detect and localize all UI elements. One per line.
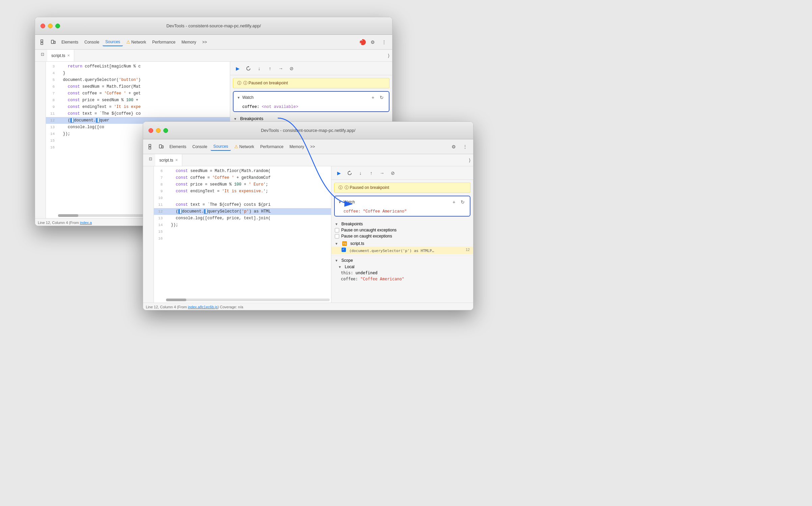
more-tabs-btn-back[interactable]: >>	[199, 38, 210, 46]
watch-header-back[interactable]: ▼ Watch + ↻	[234, 92, 389, 103]
close-file-tab-front[interactable]: ✕	[175, 158, 178, 162]
left-strip-front	[143, 166, 154, 303]
tab-network-front[interactable]: ⚠Network	[232, 143, 257, 150]
watch-refresh-btn-front[interactable]: ↻	[459, 198, 466, 206]
breakpoints-triangle-back: ▼	[234, 117, 237, 121]
file-tab-script-front[interactable]: script.ts ✕	[155, 154, 182, 166]
watch-add-btn-front[interactable]: +	[450, 198, 458, 206]
more-options-icon-front[interactable]: ⋮	[460, 142, 470, 151]
deactivate-btn-front[interactable]: ⊘	[388, 168, 398, 178]
settings-icon-back[interactable]: ⚙	[368, 37, 377, 47]
code-line-7: 7 const coffee = 'Coffee ' + get	[46, 90, 230, 97]
expand-file-tabs-front[interactable]: ⟩	[466, 154, 473, 166]
code-line-5: 5 document.querySelector('button')	[46, 77, 230, 83]
expand-file-tabs-back[interactable]: ⟩	[385, 50, 392, 61]
front-code-line-13: 13 console.log([coffee, price, text].joi…	[154, 215, 331, 222]
show-navigator-icon-front[interactable]: ⊡	[146, 154, 155, 164]
tab-network-back[interactable]: ⚠Network	[124, 38, 149, 46]
step-over-btn-front[interactable]	[345, 168, 354, 178]
status-link-front[interactable]: index.a8c1ec6b.js	[188, 305, 218, 309]
title-bar-front: DevTools - consistent-source-map-pc.netl…	[143, 122, 473, 139]
close-button-back[interactable]	[40, 24, 45, 28]
script-ts-header-front[interactable]: ▼ TS script.ts	[331, 241, 473, 247]
close-button-front[interactable]	[148, 128, 153, 133]
device-toolbar-icon-front[interactable]	[157, 142, 166, 151]
minimize-button-back[interactable]	[48, 24, 53, 28]
watch-entry-front: coffee: "Coffee Americano"	[335, 208, 470, 216]
script-ts-label-front: script.ts	[350, 241, 364, 246]
scrollbar-thumb-back[interactable]	[58, 214, 78, 217]
tab-console-back[interactable]: Console	[82, 38, 102, 46]
network-warning-icon-back: ⚠	[126, 39, 130, 45]
minimize-button-front[interactable]	[156, 128, 161, 133]
scope-this-front: this: undefined	[331, 270, 473, 276]
tab-performance-front[interactable]: Performance	[258, 143, 286, 150]
pause-uncaught-checkbox-front[interactable]	[335, 228, 339, 232]
front-code-line-9: 9 const endingText = 'It is expensive.';	[154, 188, 331, 195]
code-line-3: 3 return coffeeList[magicNum % c	[46, 63, 230, 70]
inspect-element-icon-front[interactable]	[146, 142, 156, 151]
tab-elements-front[interactable]: Elements	[167, 143, 189, 150]
maximize-button-back[interactable]	[55, 24, 60, 28]
devtools-window-front: DevTools - consistent-source-map-pc.netl…	[143, 121, 473, 310]
tab-console-front[interactable]: Console	[190, 143, 210, 150]
scope-title-front: Scope	[342, 258, 353, 263]
right-panel-front: ▶ ↓ ↑ → ⊘ ⓘ ⓘ Paused on breakpoint	[331, 166, 473, 303]
scrollbar-thumb-front[interactable]	[166, 299, 186, 301]
tab-memory-front[interactable]: Memory	[287, 143, 307, 150]
close-file-tab-back[interactable]: ✕	[67, 54, 70, 57]
traffic-lights-front	[148, 128, 168, 133]
svg-rect-7	[159, 145, 162, 148]
step-out-btn-front[interactable]: ↑	[367, 168, 376, 178]
resume-btn-back[interactable]: ▶	[233, 64, 242, 73]
step-out-btn-back[interactable]: ↑	[265, 64, 275, 73]
paused-text-back: ⓘ Paused on breakpoint	[243, 80, 288, 86]
code-line-9: 9 const endingText = 'It is expe	[46, 104, 230, 110]
bp-checkbox-front[interactable]	[342, 248, 346, 252]
file-tab-script-back[interactable]: script.ts ✕	[47, 50, 74, 61]
tab-memory-back[interactable]: Memory	[179, 38, 199, 46]
pause-caught-label-front: Pause on caught exceptions	[341, 234, 392, 238]
pause-uncaught-front: Pause on uncaught exceptions	[331, 227, 473, 233]
step-into-btn-front[interactable]: ↓	[356, 168, 365, 178]
tab-sources-front[interactable]: Sources	[211, 143, 231, 151]
pause-caught-checkbox-front[interactable]	[335, 234, 339, 238]
code-line-4: 4 }	[46, 70, 230, 77]
settings-icon-front[interactable]: ⚙	[449, 142, 458, 151]
tab-sources-back[interactable]: Sources	[103, 38, 123, 46]
watch-triangle-front: ▼	[338, 200, 342, 204]
scope-header-front[interactable]: ▼ Scope	[331, 255, 473, 263]
more-tabs-btn-front[interactable]: >>	[307, 143, 318, 150]
front-code-line-14: 14 });	[154, 222, 331, 228]
step-btn-back[interactable]: →	[276, 64, 286, 73]
watch-header-front[interactable]: ▼ Watch + ↻	[335, 196, 470, 208]
watch-refresh-btn-back[interactable]: ↻	[378, 94, 385, 101]
watch-actions-front: + ↻	[450, 198, 466, 206]
step-into-btn-back[interactable]: ↓	[254, 64, 264, 73]
watch-actions-back: + ↻	[369, 94, 385, 101]
debug-controls-back: ▶ ↓ ↑ → ⊘	[230, 62, 392, 75]
status-link-back[interactable]: index.a	[80, 221, 92, 225]
device-toolbar-icon[interactable]	[49, 37, 58, 47]
code-line-6: 6 const seedNum = Math.floor(Mat	[46, 83, 230, 90]
devtools-toolbar-front: Elements Console Sources ⚠Network Perfor…	[143, 139, 473, 154]
breakpoints-header-front[interactable]: ▼ Breakpoints	[331, 219, 473, 227]
inspect-element-icon[interactable]	[38, 37, 48, 47]
maximize-button-front[interactable]	[163, 128, 168, 133]
watch-key-back: coffee:	[242, 105, 262, 109]
more-options-icon-back[interactable]: ⋮	[379, 37, 389, 47]
watch-title-front: Watch	[344, 200, 355, 204]
resume-btn-front[interactable]: ▶	[334, 168, 344, 178]
watch-add-btn-back[interactable]: +	[369, 94, 377, 101]
tab-performance-back[interactable]: Performance	[150, 38, 178, 46]
debug-controls-front: ▶ ↓ ↑ → ⊘	[331, 166, 473, 180]
show-navigator-icon-back[interactable]: ⊡	[38, 50, 47, 59]
local-header-front[interactable]: ▼ Local	[331, 263, 473, 270]
tab-elements-back[interactable]: Elements	[59, 38, 81, 46]
code-scrollbar-front[interactable]	[166, 299, 330, 301]
deactivate-btn-back[interactable]: ⊘	[287, 64, 296, 73]
step-over-btn-back[interactable]	[244, 64, 253, 73]
step-btn-front[interactable]: →	[377, 168, 387, 178]
script-ts-triangle-front: ▼	[335, 242, 338, 246]
code-line-8: 8 const price = seedNum % 100 +	[46, 97, 230, 104]
